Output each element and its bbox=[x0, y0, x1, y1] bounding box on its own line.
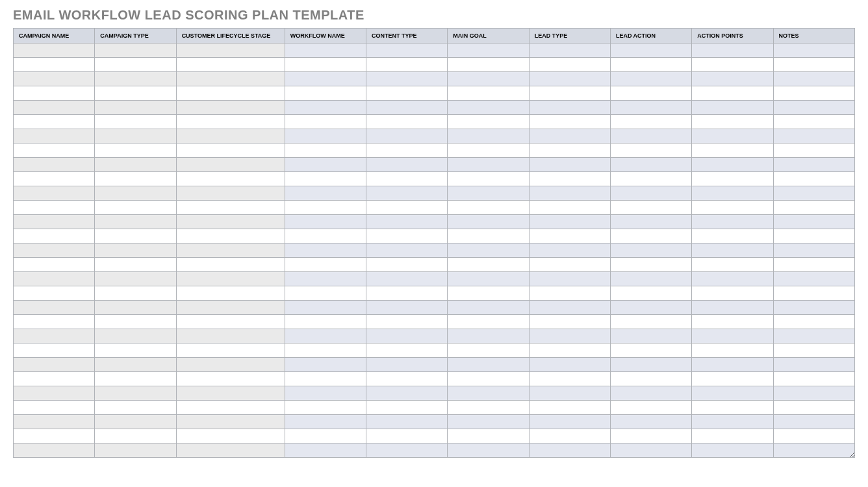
table-cell[interactable] bbox=[285, 272, 366, 286]
table-cell[interactable] bbox=[366, 215, 448, 229]
table-cell[interactable] bbox=[692, 429, 773, 443]
table-cell[interactable] bbox=[366, 315, 448, 329]
table-cell[interactable] bbox=[529, 258, 610, 272]
table-cell[interactable] bbox=[95, 44, 176, 58]
table-cell[interactable] bbox=[14, 315, 95, 329]
table-cell[interactable] bbox=[176, 158, 285, 172]
table-cell[interactable] bbox=[773, 172, 854, 186]
table-cell[interactable] bbox=[773, 101, 854, 115]
table-cell[interactable] bbox=[529, 415, 610, 429]
table-cell[interactable] bbox=[366, 429, 448, 443]
table-cell[interactable] bbox=[448, 286, 529, 301]
table-cell[interactable] bbox=[529, 429, 610, 443]
table-cell[interactable] bbox=[448, 301, 529, 315]
table-cell[interactable] bbox=[176, 401, 285, 415]
table-cell[interactable] bbox=[285, 415, 366, 429]
table-cell[interactable] bbox=[610, 286, 691, 301]
table-cell[interactable] bbox=[366, 244, 448, 258]
table-cell[interactable] bbox=[176, 172, 285, 186]
table-cell[interactable] bbox=[773, 415, 854, 429]
table-cell[interactable] bbox=[529, 272, 610, 286]
table-cell[interactable] bbox=[95, 343, 176, 358]
table-cell[interactable] bbox=[14, 129, 95, 144]
table-cell[interactable] bbox=[529, 186, 610, 201]
table-cell[interactable] bbox=[95, 358, 176, 372]
table-cell[interactable] bbox=[773, 186, 854, 201]
table-cell[interactable] bbox=[285, 172, 366, 186]
table-cell[interactable] bbox=[95, 172, 176, 186]
table-cell[interactable] bbox=[14, 358, 95, 372]
table-cell[interactable] bbox=[448, 401, 529, 415]
table-cell[interactable] bbox=[95, 215, 176, 229]
table-cell[interactable] bbox=[95, 158, 176, 172]
table-cell[interactable] bbox=[285, 244, 366, 258]
table-cell[interactable] bbox=[285, 429, 366, 443]
table-cell[interactable] bbox=[14, 201, 95, 215]
table-cell[interactable] bbox=[773, 315, 854, 329]
table-cell[interactable] bbox=[14, 301, 95, 315]
table-cell[interactable] bbox=[176, 372, 285, 386]
table-cell[interactable] bbox=[14, 158, 95, 172]
table-cell[interactable] bbox=[773, 372, 854, 386]
table-cell[interactable] bbox=[14, 286, 95, 301]
table-cell[interactable] bbox=[285, 58, 366, 72]
table-cell[interactable] bbox=[176, 258, 285, 272]
table-cell[interactable] bbox=[448, 415, 529, 429]
table-cell[interactable] bbox=[773, 44, 854, 58]
table-cell[interactable] bbox=[610, 158, 691, 172]
table-cell[interactable] bbox=[448, 372, 529, 386]
table-cell[interactable] bbox=[773, 229, 854, 244]
table-cell[interactable] bbox=[14, 372, 95, 386]
table-cell[interactable] bbox=[95, 401, 176, 415]
table-cell[interactable] bbox=[95, 258, 176, 272]
table-cell[interactable] bbox=[285, 443, 366, 458]
table-cell[interactable] bbox=[529, 172, 610, 186]
table-cell[interactable] bbox=[366, 443, 448, 458]
table-cell[interactable] bbox=[14, 244, 95, 258]
table-cell[interactable] bbox=[692, 229, 773, 244]
table-cell[interactable] bbox=[448, 244, 529, 258]
table-cell[interactable] bbox=[176, 101, 285, 115]
table-cell[interactable] bbox=[366, 172, 448, 186]
table-cell[interactable] bbox=[366, 201, 448, 215]
table-cell[interactable] bbox=[366, 129, 448, 144]
table-cell[interactable] bbox=[692, 329, 773, 343]
table-cell[interactable] bbox=[610, 343, 691, 358]
table-cell[interactable] bbox=[366, 144, 448, 158]
table-cell[interactable] bbox=[366, 272, 448, 286]
table-cell[interactable] bbox=[285, 286, 366, 301]
table-cell[interactable] bbox=[95, 144, 176, 158]
table-cell[interactable] bbox=[448, 443, 529, 458]
table-cell[interactable] bbox=[448, 429, 529, 443]
table-cell[interactable] bbox=[448, 115, 529, 129]
table-cell[interactable] bbox=[692, 201, 773, 215]
table-cell[interactable] bbox=[610, 72, 691, 86]
table-cell[interactable] bbox=[366, 286, 448, 301]
table-cell[interactable] bbox=[448, 101, 529, 115]
table-cell[interactable] bbox=[692, 158, 773, 172]
table-cell[interactable] bbox=[176, 229, 285, 244]
table-cell[interactable] bbox=[692, 244, 773, 258]
table-cell[interactable] bbox=[95, 386, 176, 401]
table-cell[interactable] bbox=[692, 58, 773, 72]
table-cell[interactable] bbox=[176, 272, 285, 286]
table-cell[interactable] bbox=[366, 258, 448, 272]
table-cell[interactable] bbox=[529, 215, 610, 229]
table-cell[interactable] bbox=[14, 401, 95, 415]
table-cell[interactable] bbox=[366, 343, 448, 358]
table-cell[interactable] bbox=[448, 44, 529, 58]
table-cell[interactable] bbox=[692, 215, 773, 229]
table-cell[interactable] bbox=[176, 358, 285, 372]
table-cell[interactable] bbox=[176, 286, 285, 301]
table-cell[interactable] bbox=[366, 44, 448, 58]
table-cell[interactable] bbox=[773, 286, 854, 301]
table-cell[interactable] bbox=[610, 272, 691, 286]
table-cell[interactable] bbox=[14, 215, 95, 229]
table-cell[interactable] bbox=[176, 443, 285, 458]
table-cell[interactable] bbox=[448, 258, 529, 272]
table-cell[interactable] bbox=[95, 229, 176, 244]
table-cell[interactable] bbox=[529, 401, 610, 415]
table-cell[interactable] bbox=[95, 72, 176, 86]
table-cell[interactable] bbox=[610, 358, 691, 372]
table-cell[interactable] bbox=[176, 144, 285, 158]
